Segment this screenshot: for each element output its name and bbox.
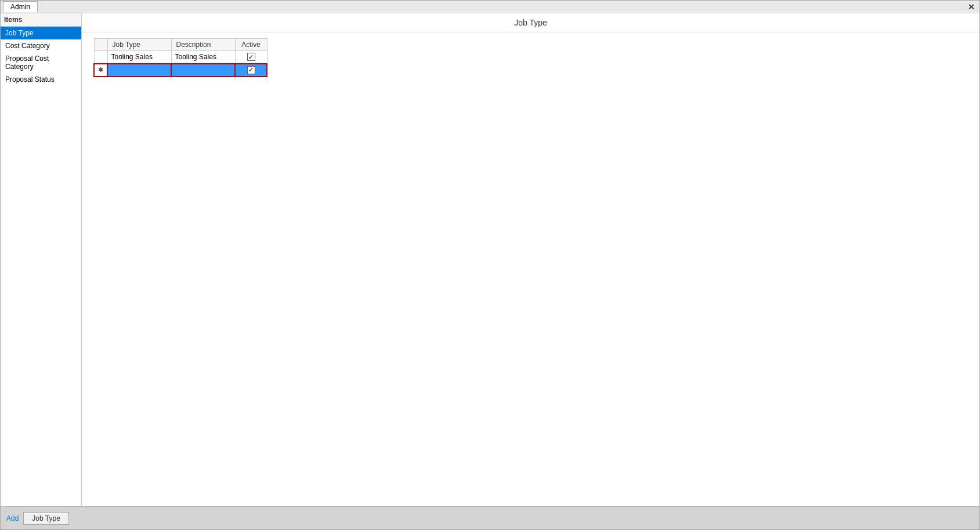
col-header-indicator: [94, 39, 107, 51]
row-indicator-1: [94, 51, 107, 64]
description-cell-new[interactable]: [171, 64, 235, 77]
active-cell-1[interactable]: [235, 51, 267, 64]
row-indicator-new: ✱: [94, 64, 107, 77]
content-area: Job Type Job Type Description Active: [82, 13, 979, 506]
sidebar: Items Job Type Cost Category Proposal Co…: [1, 13, 82, 506]
table-row: Tooling Sales Tooling Sales: [94, 51, 267, 64]
sidebar-item-job-type[interactable]: Job Type: [1, 27, 81, 39]
table-area: Job Type Description Active Tooling Sale…: [82, 32, 979, 506]
main-area: Items Job Type Cost Category Proposal Co…: [1, 13, 979, 506]
new-row-icon: ✱: [98, 66, 103, 73]
active-checkbox-1[interactable]: [247, 53, 255, 61]
main-window: Admin ✕ Items Job Type Cost Category Pro…: [0, 0, 980, 530]
title-bar: Admin ✕: [1, 1, 979, 13]
job-type-table: Job Type Description Active Tooling Sale…: [93, 38, 267, 77]
close-button[interactable]: ✕: [965, 2, 977, 12]
job-type-cell-new[interactable]: [107, 64, 171, 77]
col-header-job-type: Job Type: [107, 39, 171, 51]
job-type-cell-1[interactable]: Tooling Sales: [107, 51, 171, 64]
sidebar-header: Items: [1, 13, 81, 27]
bottom-bar: Add Job Type: [1, 506, 979, 529]
sidebar-item-cost-category[interactable]: Cost Category: [1, 39, 81, 52]
active-checkbox-new[interactable]: [247, 66, 255, 74]
col-header-active: Active: [235, 39, 267, 51]
description-cell-1[interactable]: Tooling Sales: [171, 51, 235, 64]
add-link[interactable]: Add: [6, 514, 19, 522]
job-type-button[interactable]: Job Type: [23, 512, 68, 525]
active-cell-new[interactable]: [235, 64, 267, 77]
table-row-new: ✱: [94, 64, 267, 77]
admin-tab[interactable]: Admin: [3, 1, 38, 12]
table-header-row: Job Type Description Active: [94, 39, 267, 51]
content-title: Job Type: [82, 13, 979, 32]
col-header-description: Description: [171, 39, 235, 51]
title-bar-left: Admin: [3, 1, 39, 12]
sidebar-item-proposal-cost-category[interactable]: Proposal Cost Category: [1, 52, 81, 73]
sidebar-item-proposal-status[interactable]: Proposal Status: [1, 73, 81, 86]
